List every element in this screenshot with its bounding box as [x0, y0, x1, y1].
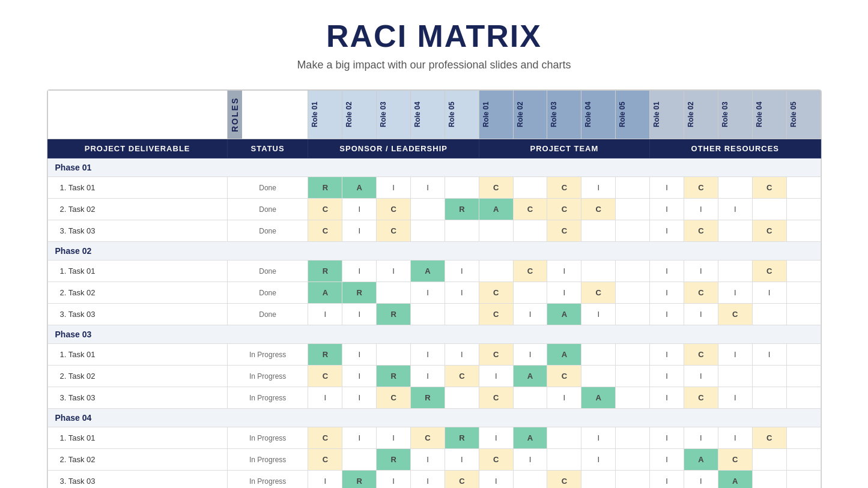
raci-cell: C [479, 449, 513, 471]
raci-cell [445, 387, 479, 409]
task-status: Done [227, 199, 308, 220]
task-status: In Progress [227, 427, 308, 449]
raci-cell: C [684, 177, 718, 199]
task-name: 1. Task 01 [47, 344, 227, 366]
raci-cell [786, 282, 821, 304]
raci-cell [616, 449, 650, 471]
category-header-row: PROJECT DELIVERABLE STATUS SPONSOR / LEA… [47, 139, 821, 158]
roles-label: ROLES [228, 91, 242, 139]
raci-cell: C [377, 387, 411, 409]
raci-cell [616, 366, 650, 387]
raci-cell: R [342, 471, 377, 489]
page-subtitle: Make a big impact with our professional … [297, 59, 571, 71]
raci-cell: I [411, 366, 445, 387]
raci-cell [786, 427, 821, 449]
raci-cell [752, 449, 786, 471]
raci-cell: C [752, 177, 786, 199]
raci-cell: I [547, 261, 581, 282]
raci-cell [479, 220, 513, 242]
task-name: 3. Task 03 [47, 471, 227, 489]
team-role-1: Role 01 [479, 91, 513, 139]
phase-row: Phase 01 [47, 158, 821, 177]
raci-cell [752, 199, 786, 220]
team-role-3: Role 03 [547, 91, 581, 139]
raci-cell [786, 199, 821, 220]
raci-cell [616, 177, 650, 199]
raci-cell: I [581, 427, 616, 449]
table-row: 1. Task 01DoneRAIICCIICC [47, 177, 821, 199]
raci-cell: A [547, 344, 581, 366]
raci-cell [581, 344, 616, 366]
raci-cell: I [479, 366, 513, 387]
cat-other: OTHER RESOURCES [650, 139, 821, 158]
raci-cell: I [445, 449, 479, 471]
raci-cell: C [684, 344, 718, 366]
raci-cell: I [445, 261, 479, 282]
raci-cell: I [411, 449, 445, 471]
raci-cell [616, 387, 650, 409]
raci-cell: I [752, 344, 786, 366]
other-role-5: Role 05 [786, 91, 821, 139]
raci-cell: I [718, 344, 752, 366]
raci-cell: C [445, 366, 479, 387]
raci-cell: I [650, 199, 684, 220]
task-name: 1. Task 01 [47, 427, 227, 449]
raci-cell: I [581, 304, 616, 325]
raci-cell: I [547, 387, 581, 409]
raci-cell: C [308, 449, 342, 471]
raci-cell [547, 427, 581, 449]
raci-cell: I [513, 344, 547, 366]
raci-cell: I [650, 366, 684, 387]
cat-deliverable: PROJECT DELIVERABLE [47, 139, 227, 158]
raci-cell [786, 304, 821, 325]
task-status: In Progress [227, 366, 308, 387]
raci-cell: C [718, 304, 752, 325]
raci-cell: I [342, 387, 377, 409]
raci-cell [616, 220, 650, 242]
task-name: 2. Task 02 [47, 449, 227, 471]
raci-cell [411, 220, 445, 242]
matrix-wrapper: ROLES Role 01 Role 02 Role 03 Role 04 Ro… [47, 89, 822, 488]
raci-cell [616, 344, 650, 366]
raci-cell: I [684, 427, 718, 449]
empty-corner-1 [47, 91, 227, 139]
raci-cell: I [411, 282, 445, 304]
raci-cell: I [308, 304, 342, 325]
raci-cell: R [308, 261, 342, 282]
raci-cell [752, 366, 786, 387]
raci-cell [786, 177, 821, 199]
table-row: 2. Task 02DoneARIICICICII [47, 282, 821, 304]
raci-cell: C [411, 427, 445, 449]
task-name: 1. Task 01 [47, 177, 227, 199]
raci-cell: A [308, 282, 342, 304]
cat-sponsor: SPONSOR / LEADERSHIP [308, 139, 479, 158]
raci-cell [581, 366, 616, 387]
raci-cell: I [684, 471, 718, 489]
raci-cell: I [342, 199, 377, 220]
raci-cell: A [342, 177, 377, 199]
task-status: In Progress [227, 449, 308, 471]
raci-cell: I [342, 427, 377, 449]
raci-cell: I [342, 304, 377, 325]
raci-cell: I [445, 282, 479, 304]
raci-cell: I [581, 449, 616, 471]
task-name: 3. Task 03 [47, 220, 227, 242]
raci-cell [411, 304, 445, 325]
raci-cell: I [650, 282, 684, 304]
raci-cell: A [513, 427, 547, 449]
raci-cell: I [411, 471, 445, 489]
task-name: 2. Task 02 [47, 366, 227, 387]
raci-cell: I [684, 366, 718, 387]
raci-cell: C [445, 471, 479, 489]
raci-cell: A [718, 471, 752, 489]
raci-cell: I [547, 282, 581, 304]
raci-cell [445, 220, 479, 242]
raci-cell [479, 261, 513, 282]
task-status: Done [227, 304, 308, 325]
raci-cell: I [684, 304, 718, 325]
team-role-5: Role 05 [616, 91, 650, 139]
raci-cell: I [513, 449, 547, 471]
raci-cell [513, 220, 547, 242]
raci-cell: I [650, 387, 684, 409]
raci-cell: I [377, 427, 411, 449]
